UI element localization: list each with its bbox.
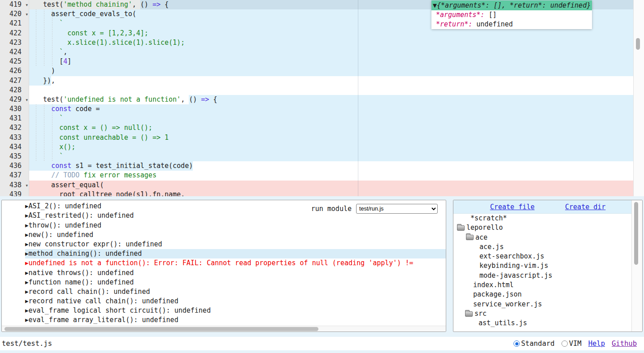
code-line-424[interactable]: 424 `, [0,47,633,57]
radio-vim-icon[interactable] [561,340,568,347]
test-result-item[interactable]: ▸record native call chain(): undefined [2,297,446,306]
test-result-item[interactable]: ▸function name(): undefined [2,278,446,287]
tree-file[interactable]: keybinding-vim.js [453,261,642,271]
line-number[interactable]: 426 [0,66,29,76]
expand-arrow-icon[interactable]: ▸ [25,202,29,210]
line-number[interactable]: 431 [0,114,29,123]
code-line-430[interactable]: 430 const code = [0,104,633,114]
create-file-link[interactable]: Create file [490,203,535,211]
file-tree-scrollbar-thumb[interactable] [634,202,638,265]
code-line-431[interactable]: 431 ` [0,114,633,123]
code-line-425[interactable]: 425 [4] [0,57,633,66]
logs-scrollbar-thumb[interactable] [4,327,318,331]
line-number[interactable]: 432 [0,123,29,133]
code-line-429[interactable]: 429▾ test('undefined is not a function',… [0,95,633,104]
code-editor[interactable]: 419▾ test('method chaining', () => {420▾… [0,0,644,196]
test-result-item[interactable]: ▸new(): undefined [2,230,446,240]
fold-arrow-icon[interactable]: ▾ [26,181,28,190]
expand-arrow-icon[interactable]: ▸ [25,269,29,277]
code-line-423[interactable]: 423 x.slice(1).slice(1).slice(1); [0,38,633,47]
tree-file[interactable]: service_worker.js [453,300,642,309]
tree-folder[interactable]: ace [453,233,642,242]
test-result-item[interactable]: ▸native throws(): undefined [2,268,446,278]
logs-horizontal-scrollbar[interactable] [2,326,446,331]
keybinding-standard-option[interactable]: Standard [513,340,555,348]
folder-icon [466,235,474,240]
line-number[interactable]: 439 [0,190,29,196]
expand-arrow-icon[interactable]: ▸ [25,288,29,296]
keybinding-vim-option[interactable]: VIM [561,340,582,348]
test-result-item[interactable]: ▸eval_frame logical short circuit(): und… [2,306,446,315]
test-result-item[interactable]: ▸throw(): undefined [2,221,446,230]
expand-arrow-icon[interactable]: ▸ [25,211,29,220]
run-module-select[interactable]: test/run.js [356,204,438,214]
code-line-428[interactable]: 428 [0,86,633,95]
help-link[interactable]: Help [588,340,605,348]
expand-arrow-icon[interactable]: ▸ [25,250,29,258]
code-line-422[interactable]: 422 const x = [1,2,3,4]; [0,29,633,38]
expand-arrow-icon[interactable]: ▸ [25,297,29,305]
code-line-432[interactable]: 432 const x = () => null(); [0,123,633,133]
line-number[interactable]: 423 [0,38,29,47]
line-number[interactable]: 425 [0,57,29,66]
code-line-438[interactable]: 438▾ assert_equal( [0,181,633,190]
editor-scrollbar-thumb[interactable] [636,38,640,50]
line-number[interactable]: 428 [0,86,29,95]
line-number[interactable]: 437 [0,171,29,180]
line-number[interactable]: 422 [0,29,29,38]
code-line-435[interactable]: 435 ` [0,152,633,161]
editor-scrollbar[interactable] [633,0,644,196]
tree-file[interactable]: index.html [453,280,642,290]
line-number[interactable]: 436 [0,161,29,171]
github-link[interactable]: Github [612,340,637,348]
fold-arrow-icon[interactable]: ▾ [26,0,28,10]
tree-file[interactable]: mode-javascript.js [453,271,642,280]
test-result-item[interactable]: ▸record call chain(): undefined [2,287,446,297]
test-result-item[interactable]: ▸new constructor expr(): undefined [2,240,446,249]
tree-file[interactable]: ext-searchbox.js [453,252,642,261]
expand-arrow-icon[interactable]: ▸ [25,231,29,239]
file-tree-scrollbar[interactable] [631,200,642,331]
expand-arrow-icon[interactable]: ▸ [25,316,29,324]
fold-arrow-icon[interactable]: ▾ [26,95,28,105]
tree-file[interactable]: ast_utils.js [453,319,642,328]
line-number[interactable]: 419▾ [0,0,29,9]
line-number[interactable]: 433 [0,133,29,142]
line-number[interactable]: 427 [0,76,29,86]
radio-standard-icon[interactable] [513,340,520,347]
tree-file[interactable]: ace.js [453,242,642,252]
test-result-item[interactable]: ▸undefined is not a function(): Error: F… [2,258,446,268]
test-result-item[interactable]: ▸method chaining(): undefined [2,249,446,258]
expand-arrow-icon[interactable]: ▸ [25,221,29,229]
code-line-426[interactable]: 426 ) [0,66,633,76]
tooltip-header[interactable]: ▼{*arguments*: [], *return*: undefined} [431,0,592,10]
expand-arrow-icon[interactable]: ▸ [25,200,29,201]
expand-arrow-icon[interactable]: ▸ [25,278,29,286]
code-line-437[interactable]: 437 // TODO fix error messages [0,171,633,180]
code-line-439[interactable]: 439 root_calltree_node(s1).fn.name, [0,190,633,196]
tree-folder[interactable]: leporello [453,223,642,232]
line-number[interactable]: 435 [0,152,29,161]
expand-arrow-icon[interactable]: ▸ [25,259,29,267]
fold-arrow-icon[interactable]: ▾ [26,10,28,19]
line-number[interactable]: 429▾ [0,95,29,104]
code-line-433[interactable]: 433 const unreachable = () => 1 [0,133,633,142]
code-line-427[interactable]: 427 }), [0,76,633,86]
line-number[interactable]: 434 [0,142,29,152]
line-number[interactable]: 421 [0,19,29,28]
code-line-436[interactable]: 436 const s1 = test_initial_state(code) [0,161,633,171]
tree-file[interactable]: package.json [453,290,642,299]
code-line-434[interactable]: 434 x(); [0,142,633,152]
expand-arrow-icon[interactable]: ▸ [25,306,29,314]
tree-folder[interactable]: src [453,309,642,319]
line-number[interactable]: 424 [0,47,29,57]
expand-arrow-icon[interactable]: ▸ [25,240,29,248]
tree-file[interactable]: *scratch* [453,214,642,223]
create-dir-link[interactable]: Create dir [565,203,605,211]
line-number[interactable]: 420▾ [0,9,29,19]
test-result-item[interactable]: ▸eval_frame array_literal(): undefined [2,315,446,325]
code-text: `, [29,47,633,57]
line-number[interactable]: 438▾ [0,181,29,190]
collapse-arrow-icon[interactable]: ▼ [433,1,437,9]
line-number[interactable]: 430 [0,104,29,114]
